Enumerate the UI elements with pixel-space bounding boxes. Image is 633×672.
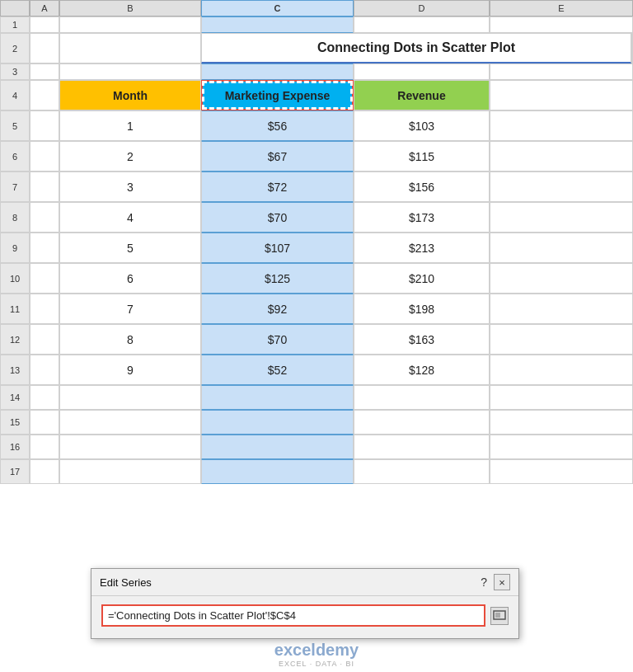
cell-e17[interactable] [490, 459, 633, 484]
cell-e14[interactable] [490, 385, 633, 410]
watermark-tagline: EXCEL · DATA · BI [279, 660, 354, 668]
cell-a11[interactable] [30, 294, 59, 324]
cell-c1[interactable] [201, 16, 354, 33]
cell-d3[interactable] [354, 63, 490, 80]
cell-a8[interactable] [30, 202, 59, 233]
cell-d6[interactable]: $115 [354, 141, 490, 172]
cell-e1[interactable] [490, 16, 633, 33]
cell-c14[interactable] [201, 385, 354, 410]
cell-a4[interactable] [30, 80, 59, 110]
cell-e6[interactable] [490, 141, 633, 172]
col-header-c[interactable]: C [201, 0, 354, 16]
cell-a10[interactable] [30, 263, 59, 294]
rownum-9: 9 [0, 233, 30, 263]
cell-c5[interactable]: $56 [201, 110, 354, 141]
spreadsheet: A B C D E 1 2 Connecting Dots in Scatter… [0, 0, 633, 672]
row-5: 5 1 $56 $103 [0, 110, 633, 141]
cell-a12[interactable] [30, 324, 59, 355]
cell-e16[interactable] [490, 435, 633, 459]
cell-b1[interactable] [59, 16, 201, 33]
cell-d8[interactable]: $173 [354, 202, 490, 233]
cell-b7[interactable]: 3 [59, 172, 201, 202]
watermark: exceldemy EXCEL · DATA · BI [274, 641, 359, 668]
cell-a6[interactable] [30, 141, 59, 172]
cell-a14[interactable] [30, 385, 59, 410]
cell-c17[interactable] [201, 459, 354, 484]
cell-a13[interactable] [30, 355, 59, 385]
cell-e10[interactable] [490, 263, 633, 294]
cell-c11[interactable]: $92 [201, 294, 354, 324]
row-10: 10 6 $125 $210 [0, 263, 633, 294]
dialog-collapse-button[interactable] [490, 607, 509, 625]
cell-d7[interactable]: $156 [354, 172, 490, 202]
cell-e13[interactable] [490, 355, 633, 385]
cell-c6[interactable]: $67 [201, 141, 354, 172]
cell-d9[interactable]: $213 [354, 233, 490, 263]
cell-e11[interactable] [490, 294, 633, 324]
rownum-5: 5 [0, 110, 30, 141]
cell-c12[interactable]: $70 [201, 324, 354, 355]
cell-a9[interactable] [30, 233, 59, 263]
cell-a5[interactable] [30, 110, 59, 141]
cell-b14[interactable] [59, 385, 201, 410]
cell-b11[interactable]: 7 [59, 294, 201, 324]
cell-e8[interactable] [490, 202, 633, 233]
cell-b16[interactable] [59, 435, 201, 459]
cell-a7[interactable] [30, 172, 59, 202]
rows-area: 1 2 Connecting Dots in Scatter Plot 3 [0, 16, 633, 484]
cell-d17[interactable] [354, 459, 490, 484]
cell-b13[interactable]: 9 [59, 355, 201, 385]
cell-c15[interactable] [201, 410, 354, 435]
cell-b9[interactable]: 5 [59, 233, 201, 263]
cell-c3[interactable] [201, 63, 354, 80]
cell-d10[interactable]: $210 [354, 263, 490, 294]
cell-b6[interactable]: 2 [59, 141, 201, 172]
cell-d5[interactable]: $103 [354, 110, 490, 141]
series-formula-input[interactable] [101, 604, 485, 627]
cell-b5[interactable]: 1 [59, 110, 201, 141]
row-6: 6 2 $67 $115 [0, 141, 633, 172]
cell-c16[interactable] [201, 435, 354, 459]
header-month: Month [59, 80, 201, 110]
cell-b12[interactable]: 8 [59, 324, 201, 355]
cell-e4[interactable] [490, 80, 633, 110]
cell-a2[interactable] [30, 33, 59, 63]
cell-c9[interactable]: $107 [201, 233, 354, 263]
cell-b2[interactable] [59, 33, 201, 63]
cell-b3[interactable] [59, 63, 201, 80]
cell-e5[interactable] [490, 110, 633, 141]
cell-d16[interactable] [354, 435, 490, 459]
col-header-a: A [30, 0, 59, 16]
cell-e15[interactable] [490, 410, 633, 435]
collapse-icon [493, 610, 506, 622]
cell-d11[interactable]: $198 [354, 294, 490, 324]
cell-d15[interactable] [354, 410, 490, 435]
dialog-help-button[interactable]: ? [481, 576, 487, 589]
cell-e9[interactable] [490, 233, 633, 263]
cell-a16[interactable] [30, 435, 59, 459]
cell-e7[interactable] [490, 172, 633, 202]
cell-b8[interactable]: 4 [59, 202, 201, 233]
cell-a15[interactable] [30, 410, 59, 435]
cell-d1[interactable] [354, 16, 490, 33]
cell-b10[interactable]: 6 [59, 263, 201, 294]
cell-c7[interactable]: $72 [201, 172, 354, 202]
cell-c8[interactable]: $70 [201, 202, 354, 233]
cell-a1[interactable] [30, 16, 59, 33]
cell-b15[interactable] [59, 410, 201, 435]
cell-e12[interactable] [490, 324, 633, 355]
cell-a17[interactable] [30, 459, 59, 484]
cell-b17[interactable] [59, 459, 201, 484]
cell-d14[interactable] [354, 385, 490, 410]
rownum-16: 16 [0, 435, 30, 459]
cell-a3[interactable] [30, 63, 59, 80]
cell-d12[interactable]: $163 [354, 324, 490, 355]
cell-c10[interactable]: $125 [201, 263, 354, 294]
dialog-titlebar: Edit Series ? × [91, 569, 518, 596]
dialog-title-label: Edit Series [100, 576, 152, 589]
cell-e3[interactable] [490, 63, 633, 80]
dialog-close-button[interactable]: × [494, 574, 510, 590]
cell-d13[interactable]: $128 [354, 355, 490, 385]
cell-c13[interactable]: $52 [201, 355, 354, 385]
row-16: 16 [0, 435, 633, 459]
